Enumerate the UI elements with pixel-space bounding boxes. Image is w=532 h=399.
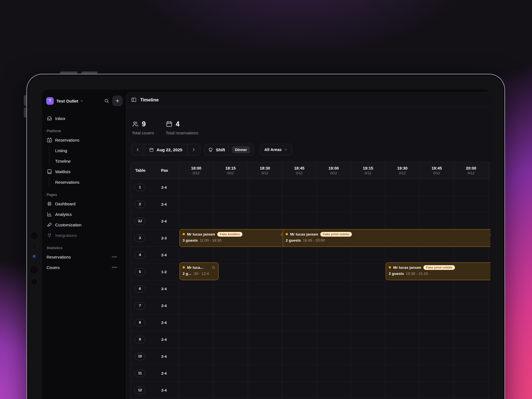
reservation-tag: Fake privé ruimte (320, 232, 352, 237)
shift-selector[interactable]: Shift Dinner (204, 144, 254, 155)
prev-day-button[interactable] (131, 144, 144, 155)
table-number-badge: 8 (134, 319, 145, 326)
table-row-1[interactable]: 1 2-4 (131, 179, 490, 196)
date-picker[interactable]: Aug 22, 2025 (144, 147, 187, 152)
sidebar-item-inbox[interactable]: Inbox (42, 113, 126, 124)
time-slot-header-1900: 19:00 0/12 (316, 162, 351, 179)
time-slot-header-1930: 19:30 2/12 (385, 162, 420, 179)
table-column-header: Table (135, 162, 145, 179)
table-row-4[interactable]: 4 2-4 (131, 247, 490, 264)
workspace-switcher[interactable]: T Test Outlet (46, 97, 84, 105)
table-number-badge: 6 (134, 285, 145, 293)
sidebar-item-label: Covers (47, 265, 60, 270)
table-row-3j[interactable]: 3J 2-4 (131, 213, 490, 230)
slot-count: 0/12 (193, 171, 200, 175)
table-row-8[interactable]: 8 2-4 (131, 314, 490, 331)
guest-name: Mr lucas jansen (393, 265, 421, 270)
chevron-down-icon (284, 148, 288, 152)
sidebar-subitem-reservations[interactable]: Reservations (42, 177, 126, 187)
sidebar-subitem-listing[interactable]: Listing (42, 145, 126, 156)
app-window: T Test Outlet Inbo (42, 89, 490, 399)
people-icon (132, 121, 139, 127)
time-slot-header-2000: 20:00 0/12 (454, 162, 488, 179)
page-title: Timeline (140, 97, 159, 103)
dashboard-icon (47, 201, 52, 207)
sidebar-sections: InboxPlatformReservationsListingTimeline… (42, 113, 126, 273)
table-row-9[interactable]: 9 2-4 (131, 331, 490, 348)
main-panel: Timeline 9 Total covers 4 (126, 92, 490, 399)
pax-column-header: Pax (161, 162, 168, 179)
slot-count: 0/12 (433, 171, 440, 175)
slot-time: 19:30 (397, 166, 407, 170)
panel-left-icon[interactable] (131, 97, 137, 103)
sidebar-subitem-label: Reservations (55, 180, 80, 185)
bezel-sensor (32, 279, 37, 284)
sidebar-item-reservations[interactable]: Reservations (42, 135, 126, 145)
sidebar-item-label: Customization (55, 222, 81, 227)
table-number-badge: 10 (134, 353, 145, 360)
search-button[interactable] (102, 96, 111, 106)
table-pax: 2-4 (161, 388, 167, 392)
table-number-badge: 4 (134, 251, 145, 259)
next-day-button[interactable] (188, 144, 200, 155)
table-number-badge: 3 (134, 234, 145, 242)
time-slot-header-1815: 18:15 0/12 (213, 162, 248, 179)
sidebar-item-integrations[interactable]: Integrations (42, 230, 126, 241)
table-pax: 2-4 (161, 371, 167, 375)
reservation-tag: Fake kookles (217, 232, 242, 237)
slot-time: 19:15 (363, 166, 373, 170)
book-icon (47, 169, 52, 175)
table-row-2[interactable]: 2 2-4 (131, 196, 490, 213)
table-pax: 1-2 (161, 270, 167, 274)
reservation-block[interactable]: Mr lucas jansen Fake kookles 3 guests11:… (180, 229, 287, 247)
covers-value: 9 (142, 120, 146, 128)
plug-icon (47, 232, 52, 238)
status-dot (389, 266, 391, 268)
timeline-grid: Table Pax 18:00 0/1218:15 0/1218:30 0/12… (131, 162, 490, 399)
table-pax: 2-4 (161, 287, 167, 291)
table-number-badge: 5 (134, 268, 145, 276)
sidebar-section-label-statistics: Statistics (42, 246, 126, 250)
reservations-value: 4 (176, 120, 180, 128)
reservation-block[interactable]: Mr luca... 2 g...:30 - 12:4 (180, 262, 219, 280)
table-number-badge: 11 (134, 370, 145, 377)
reservation-time: :30 - 12:4 (193, 272, 209, 276)
table-row-6[interactable]: 6 2-4 (131, 280, 490, 297)
sidebar-item-covers[interactable]: Covers (42, 262, 126, 273)
add-button[interactable] (112, 96, 123, 106)
sidebar-item-waitlists[interactable]: Waitlists (42, 166, 126, 177)
timeline-grid-body: 1 2-42 2-43J 2-43 2-34 2-45 1-26 2-47 (131, 179, 490, 399)
table-number-badge: 3J (134, 218, 145, 225)
grid-column-line (316, 162, 317, 399)
reservation-time: 11:00 - 18:30 (200, 238, 222, 242)
sidebar-item-customization[interactable]: Customization (42, 219, 126, 230)
timeline-grid-header: Table Pax 18:00 0/1218:15 0/1218:30 0/12… (131, 162, 490, 179)
table-pax: 2-4 (161, 202, 167, 206)
sidebar-subitem-timeline[interactable]: Timeline (42, 156, 126, 166)
slot-time: 18:45 (294, 166, 304, 170)
table-number-badge: 2 (134, 201, 145, 208)
sidebar-item-reservations[interactable]: Reservations (42, 252, 126, 262)
table-row-12[interactable]: 12 2-4 (131, 382, 490, 399)
drag-handle[interactable] (112, 256, 117, 257)
table-row-10[interactable]: 10 2-4 (131, 348, 490, 365)
time-slot-header-1800: 18:00 0/12 (179, 162, 213, 179)
slot-count: 0/12 (468, 171, 474, 175)
drag-handle[interactable] (112, 267, 117, 268)
sidebar-item-dashboard[interactable]: Dashboard (42, 198, 126, 209)
sidebar-item-analytics[interactable]: Analytics (42, 209, 126, 219)
slot-count: 0/12 (365, 171, 371, 175)
table-row-7[interactable]: 7 2-4 (131, 297, 490, 314)
bezel-sensor (30, 266, 37, 273)
slot-time: 18:30 (260, 166, 270, 170)
table-pax: 2-4 (161, 354, 167, 359)
time-slot-header-1945: 19:45 0/12 (420, 162, 454, 179)
chevron-right-icon (191, 147, 196, 152)
reservation-block[interactable]: Mr lucas jansen Fake privé ruimte 2 gues… (386, 262, 490, 280)
reservation-block[interactable]: Mr lucas jansen Fake privé ruimte 2 gues… (283, 229, 490, 247)
table-number-badge: 12 (134, 387, 145, 394)
table-row-11[interactable]: 11 2-4 (131, 365, 490, 382)
sidebar-subitems: Reservations (42, 177, 126, 187)
guest-count: 2 guests (389, 272, 404, 276)
area-filter[interactable]: All Areas (260, 144, 292, 155)
